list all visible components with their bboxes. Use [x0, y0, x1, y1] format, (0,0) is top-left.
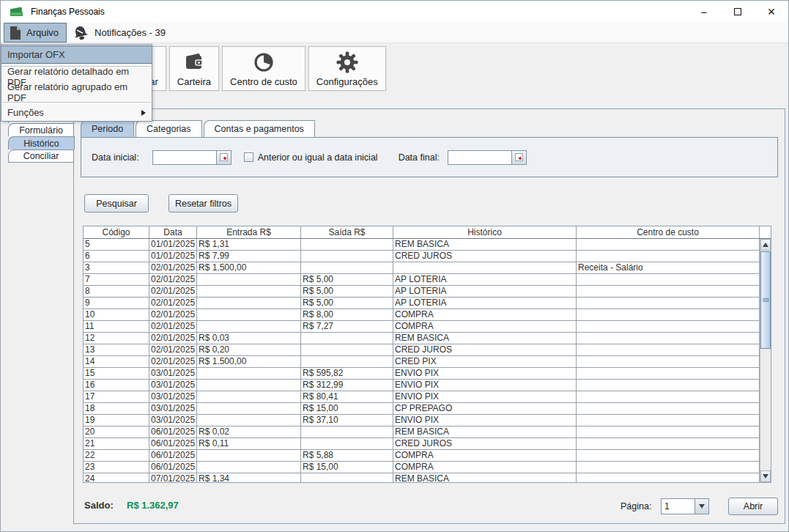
table-row[interactable]: 302/01/2025R$ 1.500,00Receita - Salário	[84, 262, 760, 274]
table-cell: REM BASICA	[393, 473, 577, 483]
tab-contas-e-pagamentos[interactable]: Contas e pagamentos	[204, 120, 315, 137]
search-button[interactable]: Pesquisar	[84, 194, 149, 213]
table-cell: R$ 5,00	[301, 298, 393, 309]
table-cell: 01/01/2025	[149, 251, 197, 262]
table-cell: 06/01/2025	[149, 438, 197, 450]
table-cell: CP PREPAGO	[393, 403, 577, 415]
vertical-scrollbar[interactable]	[760, 239, 771, 482]
table-row[interactable]: 2407/01/2025R$ 1,34REM BASICA	[84, 473, 760, 483]
table-cell	[301, 239, 393, 251]
tab-categorias[interactable]: Categorias	[136, 120, 201, 137]
table-cell: AP LOTERIA	[393, 274, 577, 286]
column-header-data[interactable]: Data	[149, 226, 197, 239]
end-date-input[interactable]	[448, 150, 512, 165]
table-cell	[577, 251, 760, 262]
page-combobox[interactable]: 1	[661, 498, 709, 514]
table-row[interactable]: 1302/01/2025R$ 0,20CRED JUROS	[84, 344, 760, 356]
thumb-grip-icon	[763, 298, 769, 303]
table-cell: R$ 5,00	[301, 274, 393, 286]
menu-item-notificações[interactable]: Notificações - 39	[67, 23, 173, 43]
table-cell	[393, 262, 577, 274]
table-row[interactable]: 601/01/2025R$ 7,99CRED JUROS	[84, 251, 760, 262]
open-button[interactable]: Abrir	[728, 498, 778, 515]
table-row[interactable]: 2006/01/2025R$ 0,02REM BASICA	[84, 426, 760, 438]
table-row[interactable]: 902/01/2025R$ 5,00AP LOTERIA	[84, 298, 760, 309]
start-date-calendar-button[interactable]	[217, 150, 231, 165]
menu-option-importar-ofx[interactable]: Importar OFX	[1, 45, 152, 64]
tab-periodo[interactable]: Periodo	[81, 120, 134, 137]
table-cell: R$ 312,99	[301, 380, 393, 391]
table-cell: 02/01/2025	[149, 321, 197, 333]
arrow-up-icon	[763, 243, 768, 247]
sidebar-tab-histórico[interactable]: Histórico	[8, 136, 75, 149]
sidebar-tab-conciliar[interactable]: Conciliar	[8, 149, 74, 163]
table-row[interactable]: 1903/01/2025R$ 37,10ENVIO PIX	[84, 415, 760, 426]
before-or-equal-checkbox[interactable]	[244, 152, 253, 162]
table-row[interactable]: 1002/01/2025R$ 8,00COMPRA	[84, 309, 760, 321]
table-cell	[197, 380, 301, 391]
scroll-down-button[interactable]	[760, 470, 771, 482]
column-header-centro-de-custo[interactable]: Centro de custo	[577, 226, 760, 239]
table-cell: 12	[84, 333, 149, 344]
column-header-entrada-r-[interactable]: Entrada R$	[197, 226, 301, 239]
scrollbar-track[interactable]	[760, 251, 771, 470]
table-row[interactable]: 2306/01/2025R$ 15,00COMPRA	[84, 462, 760, 473]
table-row[interactable]: 1703/01/2025R$ 80,41ENVIO PIX	[84, 391, 760, 403]
table-cell: R$ 8,00	[301, 309, 393, 321]
table-cell	[197, 403, 301, 415]
table-cell: 02/01/2025	[149, 286, 197, 298]
table-row[interactable]: 802/01/2025R$ 5,00AP LOTERIA	[84, 286, 760, 298]
table-row[interactable]: 1603/01/2025R$ 312,99ENVIO PIX	[84, 380, 760, 391]
table-cell: 03/01/2025	[149, 415, 197, 426]
table-cell: 02/01/2025	[149, 344, 197, 356]
table-cell: 02/01/2025	[149, 274, 197, 286]
end-date-calendar-button[interactable]	[512, 150, 527, 165]
table-cell: CRED JUROS	[393, 438, 577, 450]
table-row[interactable]: 1402/01/2025R$ 1.500,00CRED PIX	[84, 356, 760, 368]
toolbar-button-carteira[interactable]: Carteira	[169, 46, 219, 91]
column-header-c-digo[interactable]: Código	[84, 226, 149, 239]
table-row[interactable]: 1803/01/2025R$ 15,00CP PREPAGO	[84, 403, 760, 415]
minimize-button[interactable]: −	[687, 1, 721, 23]
table-cell	[301, 251, 393, 262]
table-cell	[577, 239, 760, 251]
toolbar-button-label: Carteira	[177, 76, 211, 87]
table-cell	[197, 450, 301, 462]
minimize-icon: −	[701, 6, 708, 18]
table-cell	[577, 380, 760, 391]
sidebar-tab-formulário[interactable]: Formulário	[8, 123, 74, 136]
scrollbar-thumb[interactable]	[760, 251, 771, 349]
toolbar-button-centro-de-custo[interactable]: Centro de custo	[222, 46, 305, 91]
table-cell	[301, 344, 393, 356]
table-cell: ENVIO PIX	[393, 380, 577, 391]
toolbar-button-configurações[interactable]: Configurações	[308, 46, 386, 91]
table-row[interactable]: 501/01/2025R$ 1,31REM BASICA	[84, 239, 760, 251]
table-cell	[577, 274, 760, 286]
reset-filters-button[interactable]: Resetar filtros	[168, 194, 238, 213]
scroll-up-button[interactable]	[760, 239, 771, 251]
column-header-hist-rico[interactable]: Histórico	[393, 226, 577, 239]
menu-option-funções[interactable]: Funções	[1, 105, 152, 120]
menu-item-arquivo[interactable]: Arquivo	[4, 23, 67, 43]
menubar: ArquivoNotificações - 39	[1, 23, 788, 43]
table-row[interactable]: 2106/01/2025R$ 0,11CRED JUROS	[84, 438, 760, 450]
table-row[interactable]: 1102/01/2025R$ 7,27COMPRA	[84, 321, 760, 333]
maximize-icon	[734, 8, 741, 15]
table-cell	[301, 262, 393, 274]
table-row[interactable]: 1202/01/2025R$ 0,03REM BASICA	[84, 333, 760, 344]
menu-option-gerar-relatório-agrupado-em-pdf[interactable]: Gerar relatório agrupado em PDF	[1, 84, 152, 100]
table-cell	[577, 391, 760, 403]
close-button[interactable]: ×	[755, 1, 788, 23]
column-header-sa-da-r-[interactable]: Saída R$	[301, 226, 393, 239]
combobox-arrow-button[interactable]	[694, 499, 708, 514]
table-cell: 03/01/2025	[149, 380, 197, 391]
maximize-button[interactable]	[721, 1, 755, 23]
gear-icon	[336, 50, 359, 75]
table-cell: COMPRA	[393, 462, 577, 473]
table-cell: R$ 5,00	[301, 286, 393, 298]
start-date-input[interactable]	[152, 150, 217, 165]
table-cell: 17	[84, 391, 149, 403]
table-row[interactable]: 1503/01/2025R$ 595,82ENVIO PIX	[84, 368, 760, 380]
table-row[interactable]: 2206/01/2025R$ 5,88COMPRA	[84, 450, 760, 462]
table-row[interactable]: 702/01/2025R$ 5,00AP LOTERIA	[84, 274, 760, 286]
